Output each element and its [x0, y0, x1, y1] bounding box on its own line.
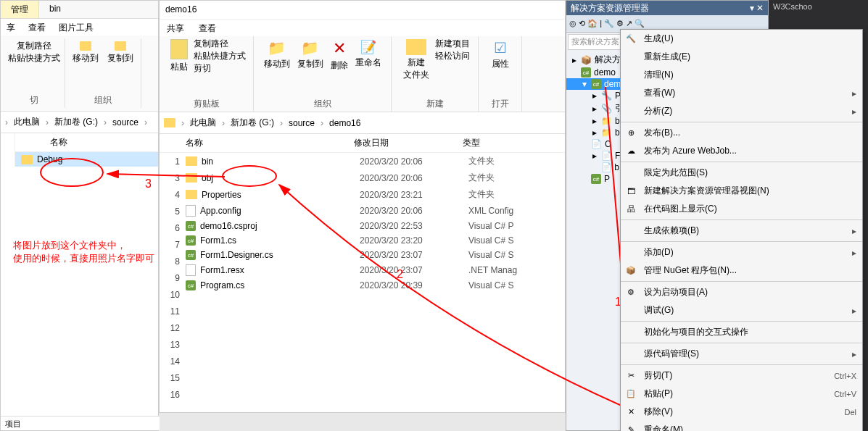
menu-item[interactable]: 品在代码图上显示(C)	[621, 200, 862, 218]
tab-bar: 管理 bin	[1, 1, 158, 19]
properties-btn[interactable]: ☑属性	[489, 38, 512, 72]
annotation-num-3: 3	[145, 177, 152, 191]
status-bar: 项目	[1, 416, 160, 430]
new-folder-btn[interactable]: 新建 文件夹	[400, 38, 432, 83]
paste-shortcut-btn[interactable]: 粘贴快捷方式	[8, 52, 60, 64]
crumb-drive[interactable]: 新加卷 (G:)	[228, 115, 277, 130]
crumb-pc[interactable]: 此电脑	[11, 114, 43, 130]
file-row[interactable]: Form1.resx2020/3/20 23:07.NET Manag	[160, 262, 565, 278]
file-row[interactable]: c#Form1.Designer.cs2020/3/20 23:07Visual…	[160, 248, 565, 262]
breadcrumb[interactable]: ›此电脑 ›新加卷 (G:) ›source ›	[1, 112, 158, 133]
menu-item[interactable]: 🔨生成(U)	[621, 30, 862, 48]
list-header: 名称	[15, 133, 158, 152]
grp-organize: 📁移动到 📁复制到 ✕删除 📝重命名 组织	[254, 36, 392, 112]
delete-btn[interactable]: ✕删除	[328, 38, 351, 73]
col-name[interactable]: 名称	[160, 134, 348, 152]
w3c-label: W3Cschoo	[769, 0, 868, 13]
menu-item[interactable]: 📦管理 NuGet 程序包(N)...	[621, 261, 862, 280]
crumb-source[interactable]: source	[109, 116, 141, 129]
number-strip: 1345678910111213141516	[160, 156, 184, 406]
copy-to-btn[interactable]: 复制到	[104, 40, 136, 66]
tab-share[interactable]: 共享	[167, 22, 184, 33]
menu-item[interactable]: 调试(G)▸	[621, 301, 862, 319]
copy-path-btn[interactable]: 复制路径	[8, 40, 60, 52]
paste-btn[interactable]: 粘贴	[168, 38, 191, 75]
col-name[interactable]: 名称	[44, 133, 73, 151]
crumb-source[interactable]: source	[286, 117, 318, 130]
menu-item[interactable]: ✕移除(V)Del	[621, 403, 862, 421]
easy-access-btn[interactable]: 轻松访问	[435, 50, 470, 62]
crumb-pc[interactable]: 此电脑	[187, 115, 219, 130]
ribbon: 复制路径 粘贴快捷方式 切 移动到 复制到 组织	[1, 35, 158, 112]
paste-shortcut-btn-2[interactable]: 粘贴快捷方式	[194, 50, 246, 62]
context-menu: 🔨生成(U)重新生成(E)清理(N)查看(W)▸分析(Z)▸⊕发布(B)...☁…	[620, 29, 863, 431]
menu-item[interactable]: 添加(D)▸	[621, 243, 862, 261]
grp-clipboard: 粘贴 复制路径 粘贴快捷方式 剪切 剪贴板	[160, 36, 254, 112]
tab-view[interactable]: 查看	[199, 22, 216, 33]
file-row[interactable]: c#Program.cs2020/3/20 20:39Visual C# S	[160, 278, 565, 293]
crumb-demo16[interactable]: demo16	[326, 117, 363, 130]
annotation-circle-bin	[222, 165, 277, 187]
file-row[interactable]: App.config2020/3/20 20:06XML Config	[160, 203, 565, 219]
grp-new: 新建 文件夹 新建项目 轻松访问 新建	[392, 36, 479, 112]
cmd-image-tools[interactable]: 图片工具	[59, 22, 94, 33]
menu-item[interactable]: 重新生成(E)	[621, 48, 862, 66]
menu-item[interactable]: 生成依赖项(B)▸	[621, 222, 862, 240]
crumb-drive[interactable]: 新加卷 (G:)	[51, 114, 101, 130]
copy-path-btn-2[interactable]: 复制路径	[194, 38, 246, 50]
move-to-btn-2[interactable]: 📁移动到	[261, 38, 293, 73]
ribbon-group-org: 移动到 复制到 组织	[65, 38, 141, 108]
nav-tree[interactable]	[1, 133, 15, 167]
menu-item[interactable]: 分析(Z)▸	[621, 102, 862, 120]
file-row[interactable]: c#Form1.cs2020/3/20 23:20Visual C# S	[160, 233, 565, 248]
new-item-btn[interactable]: 新建项目	[435, 38, 470, 50]
menu-item[interactable]: 📋粘贴(P)Ctrl+V	[621, 385, 862, 403]
sln-title: 解决方案资源管理器	[571, 2, 649, 14]
copy-to-btn-2[interactable]: 📁复制到	[294, 38, 326, 73]
menu-item[interactable]: 🗔新建解决方案资源管理器视图(N)	[621, 182, 862, 200]
tab-bin[interactable]: bin	[39, 1, 71, 18]
pin-icon[interactable]: ▾ ✕	[750, 3, 764, 13]
tab-bar-2: 共享 查看	[160, 19, 565, 36]
line-number: 4	[160, 190, 184, 206]
col-type[interactable]: 类型	[457, 134, 544, 152]
menu-item[interactable]: ☁发布为 Azure WebJob...	[621, 142, 862, 160]
menu-item[interactable]: 初始化与项目的交互式操作	[621, 323, 862, 341]
menu-item[interactable]: 清理(N)	[621, 66, 862, 84]
menu-item[interactable]: ⚙设为启动项目(A)	[621, 283, 862, 301]
line-number: 13	[160, 340, 184, 356]
annotation-circle-debug	[40, 158, 104, 187]
rename-btn[interactable]: 📝重命名	[352, 38, 384, 73]
menu-item[interactable]: ✂剪切(T)Ctrl+X	[621, 367, 862, 385]
menu-item[interactable]: 限定为此范围(S)	[621, 164, 862, 182]
explorer-window-2: demo16 共享 查看 粘贴 复制路径 粘贴快捷方式 剪切 剪贴板 📁移动到 …	[159, 0, 566, 413]
ribbon-group-clipboard: 复制路径 粘贴快捷方式 切	[4, 38, 65, 108]
window-title: demo16	[160, 1, 565, 19]
file-row[interactable]: obj2020/3/20 20:06文件夹	[160, 170, 565, 186]
menu-item[interactable]: 查看(W)▸	[621, 84, 862, 102]
tab-manage[interactable]: 管理	[1, 1, 39, 18]
file-row[interactable]: bin2020/3/20 20:06文件夹	[160, 153, 565, 170]
move-to-btn[interactable]: 移动到	[70, 40, 102, 66]
breadcrumb-2[interactable]: ›此电脑 ›新加卷 (G:) ›source ›demo16	[160, 112, 565, 134]
annotation-num-2: 2	[397, 268, 403, 281]
menu-item[interactable]: ✎重命名(M)	[621, 421, 862, 431]
col-date[interactable]: 修改日期	[348, 134, 457, 152]
cmd-view[interactable]: 查看	[28, 22, 46, 33]
line-number: 6	[160, 223, 184, 240]
line-number: 15	[160, 373, 184, 390]
cmd-share[interactable]: 享	[7, 22, 15, 33]
line-number: 8	[160, 256, 184, 273]
ribbon-2: 粘贴 复制路径 粘贴快捷方式 剪切 剪贴板 📁移动到 📁复制到 ✕删除 📝重命名…	[160, 36, 565, 112]
grp-label-cut: 切	[30, 94, 38, 106]
file-row[interactable]: Properties2020/3/20 23:21文件夹	[160, 186, 565, 203]
file-row[interactable]: c#demo16.csproj2020/3/20 22:53Visual C# …	[160, 219, 565, 233]
line-number: 7	[160, 240, 184, 256]
menu-item[interactable]: ⊕发布(B)...	[621, 124, 862, 142]
toolbar: 享 查看 图片工具	[1, 19, 158, 35]
cut-btn[interactable]: 剪切	[194, 62, 246, 75]
line-number: 14	[160, 356, 184, 373]
line-number: 16	[160, 390, 184, 406]
menu-item[interactable]: 源代码管理(S)▸	[621, 345, 862, 363]
line-number: 3	[160, 173, 184, 190]
